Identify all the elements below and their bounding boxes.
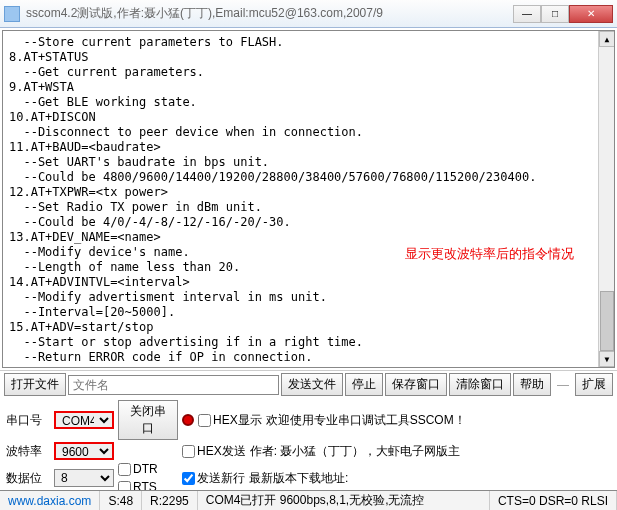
- terminal-line: --Could be 4800/9600/14400/19200/28800/3…: [9, 170, 608, 185]
- terminal-line: 12.AT+TXPWR=<tx power>: [9, 185, 608, 200]
- stop-button[interactable]: 停止: [345, 373, 383, 396]
- status-sent: S:48: [100, 491, 142, 510]
- author-text: 作者: 聂小猛（丁丁），大虾电子网版主: [250, 443, 461, 460]
- clear-window-button[interactable]: 清除窗口: [449, 373, 511, 396]
- window-title: sscom4.2测试版,作者:聂小猛(丁丁),Email:mcu52@163.c…: [26, 5, 513, 22]
- terminal-line: 16.AT+GAPINTVL=H/M/L: [9, 365, 608, 368]
- baud-select[interactable]: 9600: [54, 442, 114, 460]
- status-site[interactable]: www.daxia.com: [0, 491, 100, 510]
- terminal-line: --Set UART's baudrate in bps unit.: [9, 155, 608, 170]
- port-select[interactable]: COM4: [54, 411, 114, 429]
- close-button[interactable]: ✕: [569, 5, 613, 23]
- separator: —: [557, 378, 569, 392]
- dtr-checkbox[interactable]: DTR: [118, 462, 158, 476]
- terminal-line: --Could be 4/0/-4/-8/-12/-16/-20/-30.: [9, 215, 608, 230]
- terminal-line: --Store current parameters to FLASH.: [9, 35, 608, 50]
- databits-label: 数据位: [6, 470, 50, 487]
- terminal-line: 10.AT+DISCON: [9, 110, 608, 125]
- download-label: 最新版本下载地址:: [249, 470, 348, 487]
- scroll-up-arrow[interactable]: ▲: [599, 31, 615, 47]
- open-file-button[interactable]: 打开文件: [4, 373, 66, 396]
- terminal-line: --Set Radio TX power in dBm unit.: [9, 200, 608, 215]
- annotation-text: 显示更改波特率后的指令情况: [405, 246, 574, 261]
- vertical-scrollbar[interactable]: ▲ ▼: [598, 31, 614, 367]
- terminal-line: 15.AT+ADV=start/stop: [9, 320, 608, 335]
- hex-show-checkbox[interactable]: HEX显示: [198, 412, 262, 429]
- status-bar: www.daxia.com S:48 R:2295 COM4已打开 9600bp…: [0, 490, 617, 510]
- terminal-line: --Modify advertisment interval in ms uni…: [9, 290, 608, 305]
- record-icon[interactable]: [182, 414, 194, 426]
- terminal-line: --Get current parameters.: [9, 65, 608, 80]
- status-connection: COM4已打开 9600bps,8,1,无校验,无流控: [198, 491, 490, 510]
- hex-send-checkbox[interactable]: HEX发送: [182, 443, 246, 460]
- app-icon: [4, 6, 20, 22]
- terminal-line: --Get BLE working state.: [9, 95, 608, 110]
- help-button[interactable]: 帮助: [513, 373, 551, 396]
- terminal-line: 8.AT+STATUS: [9, 50, 608, 65]
- terminal-output[interactable]: --Store current parameters to FLASH.8.AT…: [2, 30, 615, 368]
- scroll-thumb[interactable]: [600, 291, 614, 351]
- scroll-down-arrow[interactable]: ▼: [599, 351, 615, 367]
- window-titlebar: sscom4.2测试版,作者:聂小猛(丁丁),Email:mcu52@163.c…: [0, 0, 617, 28]
- minimize-button[interactable]: ―: [513, 5, 541, 23]
- expand-button[interactable]: 扩展: [575, 373, 613, 396]
- send-file-button[interactable]: 发送文件: [281, 373, 343, 396]
- baud-label: 波特率: [6, 443, 50, 460]
- terminal-line: --Length of name less than 20.: [9, 260, 608, 275]
- terminal-line: --Return ERROR code if OP in connection.: [9, 350, 608, 365]
- filename-input[interactable]: [68, 375, 279, 395]
- status-recv: R:2295: [142, 491, 198, 510]
- terminal-line: 9.AT+WSTA: [9, 80, 608, 95]
- close-port-button[interactable]: 关闭串口: [118, 400, 178, 440]
- maximize-button[interactable]: □: [541, 5, 569, 23]
- terminal-line: --Start or stop advertising if in a righ…: [9, 335, 608, 350]
- terminal-line: --Interval=[20~5000].: [9, 305, 608, 320]
- port-label: 串口号: [6, 412, 50, 429]
- save-window-button[interactable]: 保存窗口: [385, 373, 447, 396]
- terminal-line: --Disconnect to peer device when in conn…: [9, 125, 608, 140]
- terminal-line: 13.AT+DEV_NAME=<name>: [9, 230, 608, 245]
- status-signals: CTS=0 DSR=0 RLSI: [490, 491, 617, 510]
- terminal-line: 11.AT+BAUD=<baudrate>: [9, 140, 608, 155]
- terminal-line: 14.AT+ADVINTVL=<interval>: [9, 275, 608, 290]
- welcome-text: 欢迎使用专业串口调试工具SSCOM！: [266, 412, 466, 429]
- file-toolbar: 打开文件 发送文件 停止 保存窗口 清除窗口 帮助 — 扩展: [0, 370, 617, 398]
- databits-select[interactable]: 8: [54, 469, 114, 487]
- send-newline-checkbox[interactable]: 发送新行: [182, 470, 245, 487]
